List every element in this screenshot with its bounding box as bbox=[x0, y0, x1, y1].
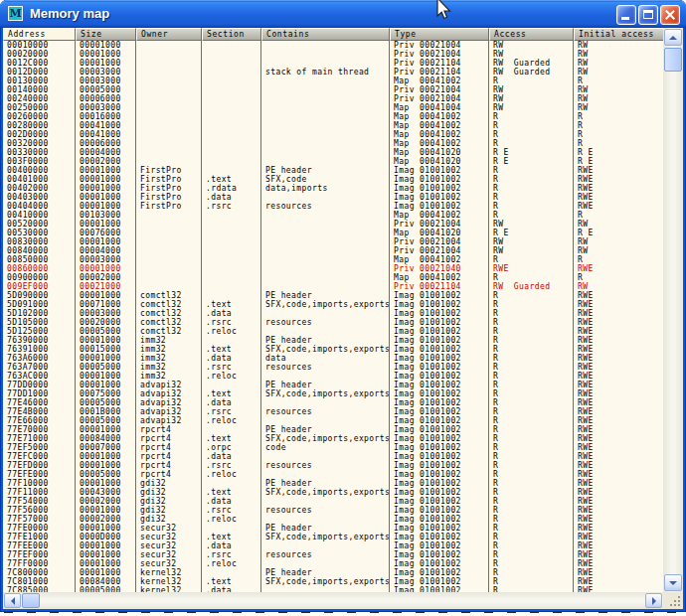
table-row[interactable]: 0026000000016000Map 00041002RR bbox=[3, 112, 663, 121]
cell-contains: resources bbox=[261, 202, 390, 211]
table-row[interactable]: 0040200000001000FirstPro.rdatadata,impor… bbox=[3, 184, 663, 193]
column-header-type[interactable]: Type bbox=[390, 28, 489, 41]
cell-size: 00002000 bbox=[76, 157, 136, 166]
table-row[interactable]: 5D10200000003000comctl32.dataImag 010010… bbox=[3, 309, 663, 318]
table-row[interactable]: 0040400000001000FirstPro.rsrcresourcesIm… bbox=[3, 202, 663, 211]
cell-address: 00130000 bbox=[3, 77, 76, 85]
cell-owner: rpcrt4 bbox=[136, 470, 202, 479]
table-row[interactable]: 77F5400000002000gdi32.dataImag 01001002R… bbox=[3, 497, 663, 506]
table-row[interactable]: 7C80100000084000kernel32.textSFX,code,im… bbox=[3, 577, 663, 586]
table-row[interactable]: 77FEF00000001000secur32.rsrcresourcesIma… bbox=[3, 550, 663, 559]
table-row[interactable]: 763AC00000001000imm32.relocImag 01001002… bbox=[3, 372, 663, 381]
column-header-section[interactable]: Section bbox=[202, 28, 261, 41]
table-row[interactable]: 77E7100000084000rpcrt4.textSFX,code,impo… bbox=[3, 434, 663, 443]
table-row[interactable]: 0032000000006000Map 00041002RR bbox=[3, 139, 663, 148]
cell-section: .data bbox=[202, 193, 261, 202]
table-row[interactable]: 77E6600000005000advapi32.relocImag 01001… bbox=[3, 416, 663, 425]
scroll-left-icon[interactable] bbox=[4, 593, 21, 608]
table-row[interactable]: 0040300000001000FirstPro.dataImag 010010… bbox=[3, 193, 663, 202]
table-row[interactable]: 0033000000004000Map 00041020R ER E bbox=[3, 148, 663, 157]
resize-grip[interactable] bbox=[663, 592, 683, 609]
column-header-contains[interactable]: Contains bbox=[261, 28, 390, 41]
table-row[interactable]: 0040000000001000FirstProPE headerImag 01… bbox=[3, 166, 663, 175]
table-row[interactable]: 763A700000005000imm32.rsrcresourcesImag … bbox=[3, 363, 663, 372]
cell-initial_access: RWE bbox=[574, 184, 663, 193]
table-row[interactable]: 0025000000003000Map 00041004RWRW bbox=[3, 103, 663, 112]
table-row[interactable]: 77FEE00000001000secur32.dataImag 0100100… bbox=[3, 541, 663, 550]
table-row[interactable]: 77EFD00000001000rpcrt4.rsrcresourcesImag… bbox=[3, 461, 663, 470]
table-row[interactable]: 77DD000000001000advapi32PE headerImag 01… bbox=[3, 381, 663, 389]
table-row[interactable]: 0040100000001000FirstPro.textSFX,codeIma… bbox=[3, 175, 663, 184]
table-row[interactable]: 0028000000041000Map 00041002RR bbox=[3, 121, 663, 130]
cell-type: Priv 00021004 bbox=[390, 85, 489, 94]
minimize-icon[interactable] bbox=[616, 5, 636, 25]
cell-section: .rsrc bbox=[202, 363, 261, 372]
column-header-size[interactable]: Size bbox=[76, 28, 136, 41]
table-row[interactable]: 0024000000006000Priv 00021004RWRW bbox=[3, 94, 663, 103]
table-row[interactable]: 009EF00000021000Priv 00021104RW GuardedR… bbox=[3, 282, 663, 291]
table-row[interactable]: 0002000000001000Priv 00021004RWRW bbox=[3, 50, 663, 59]
table-row[interactable]: 5D09100000071000comctl32.textSFX,code,im… bbox=[3, 300, 663, 309]
cell-access: R bbox=[489, 202, 574, 211]
cell-address: 77F54000 bbox=[3, 497, 76, 506]
table-row[interactable]: 0083000000001000Priv 00021004RWRW bbox=[3, 237, 663, 246]
scroll-down-icon[interactable] bbox=[664, 574, 682, 591]
titlebar[interactable]: M Memory map bbox=[0, 0, 686, 28]
column-header-initial-access[interactable]: Initial access bbox=[574, 28, 663, 41]
horizontal-scroll-thumb[interactable] bbox=[22, 593, 40, 608]
table-row[interactable]: 77EFE00000005000rpcrt4.relocImag 0100100… bbox=[3, 470, 663, 479]
cell-access: RW Guarded bbox=[489, 282, 574, 291]
cell-contains: stack of main thread bbox=[261, 68, 390, 77]
table-row[interactable]: 0053000000076000Map 00041020R ER E bbox=[3, 229, 663, 237]
cell-initial_access: RW bbox=[574, 220, 663, 229]
table-row[interactable]: 77EF500000007000rpcrt4.orpccodeImag 0100… bbox=[3, 443, 663, 452]
table-row[interactable]: 0041000000103000Map 00041002RR bbox=[3, 211, 663, 220]
table-row[interactable]: 0013000000003000Map 00041002RR bbox=[3, 77, 663, 85]
table-row[interactable]: 5D09000000001000comctl32PE headerImag 01… bbox=[3, 291, 663, 300]
table-row[interactable]: 77F1000000001000gdi32PE headerImag 01001… bbox=[3, 479, 663, 488]
horizontal-scrollbar[interactable] bbox=[3, 592, 663, 609]
table-row[interactable]: 77FE10000000D000secur32.textSFX,code,imp… bbox=[3, 533, 663, 541]
scroll-right-icon[interactable] bbox=[645, 593, 662, 608]
table-row[interactable]: 002D000000041000Map 00041002RR bbox=[3, 130, 663, 139]
maximize-icon[interactable] bbox=[638, 5, 658, 25]
table-row[interactable]: 77F5700000002000gdi32.relocImag 01001002… bbox=[3, 515, 663, 524]
table-row[interactable]: 763A600000001000imm32.datadataImag 01001… bbox=[3, 354, 663, 363]
column-header-address[interactable]: Address bbox=[3, 28, 76, 41]
cell-size: 00005000 bbox=[76, 363, 136, 372]
column-header-owner[interactable]: Owner bbox=[136, 28, 202, 41]
table-row[interactable]: 77E7000000001000rpcrt4PE headerImag 0100… bbox=[3, 425, 663, 434]
close-icon[interactable] bbox=[660, 5, 680, 25]
cell-initial_access: RWE bbox=[574, 300, 663, 309]
table-row[interactable]: 003F000000002000Map 00041020R ER E bbox=[3, 157, 663, 166]
vertical-scroll-thumb[interactable] bbox=[664, 48, 682, 72]
table-row[interactable]: 77EFC00000001000rpcrt4.dataImag 01001002… bbox=[3, 452, 663, 461]
table-row[interactable]: 7639100000015000imm32.textSFX,code,impor… bbox=[3, 345, 663, 354]
table-row[interactable]: 77FE000000001000secur32PE headerImag 010… bbox=[3, 524, 663, 533]
table-row[interactable]: 0014000000005000Priv 00021004RWRW bbox=[3, 85, 663, 94]
table-row[interactable]: 5D12500000005000comctl32.relocImag 01001… bbox=[3, 327, 663, 336]
table-row[interactable]: 77E4600000005000advapi32.dataImag 010010… bbox=[3, 398, 663, 407]
table-row[interactable]: 77F5600000001000gdi32.rsrcresourcesImag … bbox=[3, 506, 663, 515]
table-row[interactable]: 77F1100000043000gdi32.textSFX,code,impor… bbox=[3, 488, 663, 497]
table-row[interactable]: 77E4B0000001B000advapi32.rsrcresourcesIm… bbox=[3, 407, 663, 416]
cell-type: Imag 01001002 bbox=[390, 345, 489, 354]
table-row[interactable]: 0085000000003000Map 00041002RR bbox=[3, 255, 663, 264]
vertical-scrollbar[interactable] bbox=[663, 28, 683, 592]
table-row[interactable]: 0012C00000001000Priv 00021104RW GuardedR… bbox=[3, 59, 663, 68]
column-header-access[interactable]: Access bbox=[489, 28, 574, 41]
table-row[interactable]: 0001000000001000Priv 00021004RWRW bbox=[3, 41, 663, 50]
table-row[interactable]: 0084000000004000Priv 00021004RWRW bbox=[3, 246, 663, 255]
table-row[interactable]: 0090000000002000Map 00041002RR bbox=[3, 273, 663, 282]
scroll-up-icon[interactable] bbox=[664, 29, 682, 46]
window-icon[interactable]: M bbox=[8, 6, 23, 21]
table-row[interactable]: 0012D00000003000stack of main threadPriv… bbox=[3, 68, 663, 77]
table-row[interactable]: 7C80000000001000kernel32PE headerImag 01… bbox=[3, 568, 663, 577]
table-row[interactable]: 0052000000001000Priv 00021004RWRW bbox=[3, 220, 663, 229]
table-row[interactable]: 77DD100000075000advapi32.textSFX,code,im… bbox=[3, 389, 663, 398]
table-row[interactable]: 0086000000001000Priv 00021040RWERWE bbox=[3, 264, 663, 273]
cell-section bbox=[202, 282, 261, 291]
table-row[interactable]: 5D10500000020000comctl32.rsrcresourcesIm… bbox=[3, 318, 663, 327]
table-row[interactable]: 77FF000000001000secur32.relocImag 010010… bbox=[3, 559, 663, 568]
table-row[interactable]: 7639000000001000imm32PE headerImag 01001… bbox=[3, 336, 663, 345]
